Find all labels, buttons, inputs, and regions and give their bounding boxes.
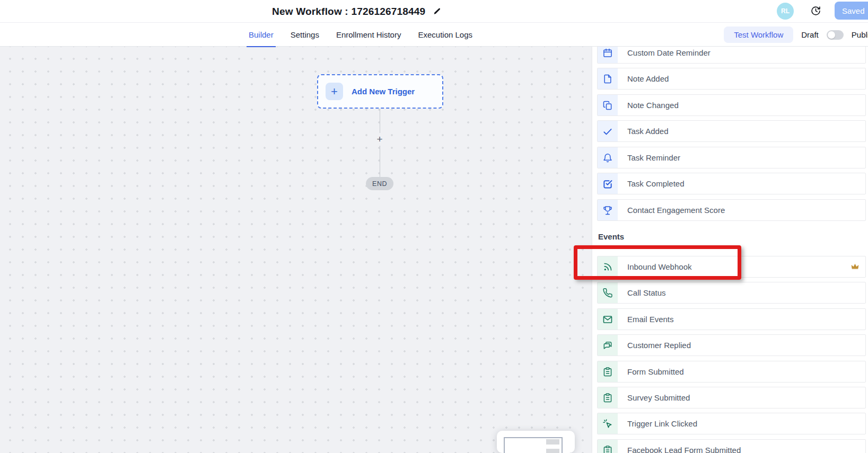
trigger-item-contact-engagement-score[interactable]: Contact Engagement Score	[597, 199, 866, 221]
tabs-group: BuilderSettingsEnrollment HistoryExecuti…	[240, 23, 481, 47]
crown-icon	[851, 256, 865, 277]
trigger-item-label: Task Added	[618, 121, 669, 141]
trigger-item-label: Task Completed	[618, 173, 685, 194]
toggle-knob	[828, 31, 835, 39]
chat-icon	[598, 335, 618, 356]
copy-icon	[598, 95, 618, 116]
plus-icon: +	[326, 83, 343, 100]
trigger-item-label: Note Added	[618, 68, 669, 89]
tabbar-actions: Test Workflow Draft Publish	[724, 23, 868, 47]
trigger-item-label: Contact Engagement Score	[618, 200, 725, 220]
triggers-panel: Custom Date ReminderNote AddedNote Chang…	[592, 47, 868, 453]
edit-title-icon[interactable]	[433, 7, 441, 15]
check-square-icon	[598, 173, 618, 194]
trigger-item-note-added[interactable]: Note Added	[597, 68, 866, 90]
trigger-item-label: Inbound Webhook	[618, 256, 692, 277]
trigger-item-label: Customer Replied	[618, 335, 691, 356]
avatar[interactable]: RL	[777, 3, 794, 20]
title-bar: New Workflow : 1726126718449 RL Saved	[0, 0, 868, 23]
trigger-item-inbound-webhook[interactable]: Inbound Webhook	[597, 256, 866, 278]
trigger-item-label: Email Events	[618, 309, 674, 330]
saved-button[interactable]: Saved	[835, 2, 868, 20]
trigger-item-task-completed[interactable]: Task Completed	[597, 173, 866, 194]
phone-icon	[598, 282, 618, 303]
end-node: END	[366, 177, 393, 190]
clipboard-icon	[598, 387, 618, 408]
webhook-icon	[598, 256, 618, 277]
clipboard-icon	[598, 361, 618, 382]
trigger-item-customer-replied[interactable]: Customer Replied	[597, 334, 866, 356]
trigger-item-email-events[interactable]: Email Events	[597, 308, 866, 330]
trigger-item-label: Survey Submitted	[618, 387, 690, 408]
trigger-item-facebook-lead-form-submitted[interactable]: Facebook Lead Form Submitted	[597, 439, 866, 453]
draft-label: Draft	[801, 30, 819, 39]
trigger-item-call-status[interactable]: Call Status	[597, 282, 866, 304]
minimap[interactable]	[497, 431, 575, 453]
add-step-button[interactable]: +	[375, 133, 384, 146]
bell-icon	[598, 147, 618, 168]
history-icon[interactable]	[810, 5, 821, 16]
trigger-item-task-reminder[interactable]: Task Reminder	[597, 147, 866, 168]
trigger-item-label: Form Submitted	[618, 361, 684, 382]
check-icon	[598, 121, 618, 141]
add-trigger-label: Add New Trigger	[352, 87, 415, 96]
trigger-item-label: Call Status	[618, 282, 666, 303]
trigger-item-survey-submitted[interactable]: Survey Submitted	[597, 387, 866, 408]
publish-label: Publish	[852, 30, 868, 39]
tab-execution-logs[interactable]: Execution Logs	[409, 23, 481, 47]
trigger-item-trigger-link-clicked[interactable]: Trigger Link Clicked	[597, 413, 866, 434]
trigger-item-label: Task Reminder	[618, 147, 680, 168]
trigger-item-label: Facebook Lead Form Submitted	[618, 440, 741, 453]
minimap-node	[546, 449, 559, 453]
workflow-title-group: New Workflow : 1726126718449	[272, 0, 441, 23]
trophy-icon	[598, 200, 618, 220]
trigger-item-label: Trigger Link Clicked	[618, 413, 697, 434]
trigger-item-label: Custom Date Reminder	[618, 47, 711, 63]
trigger-item-form-submitted[interactable]: Form Submitted	[597, 361, 866, 383]
add-new-trigger-button[interactable]: + Add New Trigger	[317, 74, 443, 109]
page-title: New Workflow : 1726126718449	[272, 6, 425, 17]
tab-settings[interactable]: Settings	[282, 23, 328, 47]
mail-icon	[598, 309, 618, 330]
note-icon	[598, 68, 618, 89]
tab-builder[interactable]: Builder	[240, 23, 282, 47]
tab-enrollment-history[interactable]: Enrollment History	[328, 23, 410, 47]
clipboard-icon	[598, 440, 618, 453]
test-workflow-button[interactable]: Test Workflow	[724, 26, 793, 43]
trigger-item-custom-date-reminder[interactable]: Custom Date Reminder	[597, 47, 866, 64]
events-section-header: Events	[598, 232, 624, 241]
trigger-item-note-changed[interactable]: Note Changed	[597, 94, 866, 116]
trigger-item-label: Note Changed	[618, 95, 679, 116]
trigger-item-task-added[interactable]: Task Added	[597, 120, 866, 142]
calendar-icon	[598, 47, 618, 63]
minimap-node	[546, 439, 559, 445]
cursor-click-icon	[598, 413, 618, 434]
tab-bar: BuilderSettingsEnrollment HistoryExecuti…	[0, 23, 868, 47]
publish-toggle[interactable]	[827, 30, 844, 40]
